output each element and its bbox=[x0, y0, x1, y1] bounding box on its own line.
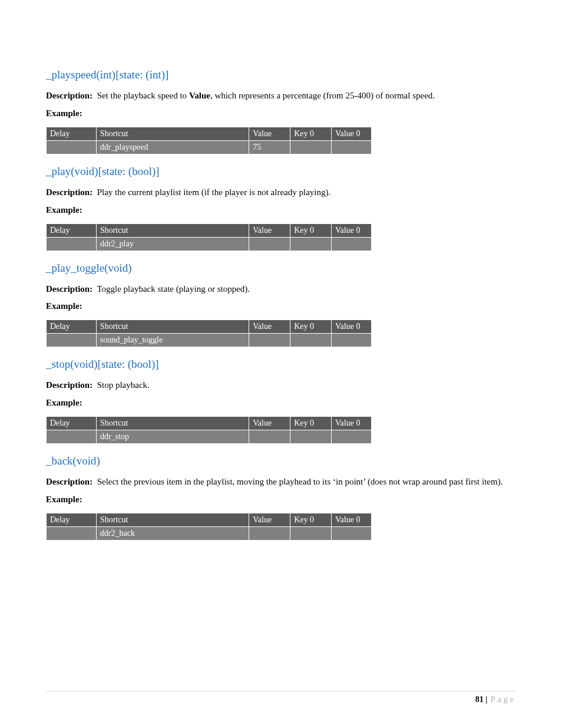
page-label: Page bbox=[491, 695, 516, 704]
table-header-row: Delay Shortcut Value Key 0 Value 0 bbox=[47, 320, 372, 334]
col-shortcut-header: Shortcut bbox=[96, 127, 249, 140]
cell-shortcut: ddr2_back bbox=[96, 526, 249, 540]
description-text: Description: Set the playback speed to V… bbox=[46, 90, 516, 103]
col-key0-header: Key 0 bbox=[290, 127, 332, 140]
cell-shortcut: ddr2_play bbox=[96, 237, 249, 251]
col-delay-header: Delay bbox=[47, 513, 97, 526]
table-header-row: Delay Shortcut Value Key 0 Value 0 bbox=[47, 127, 372, 140]
function-section: _play_toggle(void) Description: Toggle p… bbox=[46, 262, 516, 348]
cell-key0 bbox=[290, 430, 332, 444]
cell-value0 bbox=[332, 237, 372, 251]
cell-key0 bbox=[290, 237, 332, 251]
col-value-header: Value bbox=[249, 127, 290, 140]
cell-delay bbox=[47, 430, 97, 444]
function-heading: _play(void)[state: (bool)] bbox=[46, 165, 516, 178]
cell-shortcut: ddr_stop bbox=[96, 430, 249, 444]
cell-key0 bbox=[290, 140, 332, 154]
col-key0-header: Key 0 bbox=[290, 513, 332, 526]
description-pre: Stop playback. bbox=[97, 380, 150, 390]
cell-key0 bbox=[290, 526, 332, 540]
col-delay-header: Delay bbox=[47, 320, 97, 334]
col-delay-header: Delay bbox=[47, 127, 97, 140]
col-value-header: Value bbox=[249, 513, 290, 526]
shortcut-table: Delay Shortcut Value Key 0 Value 0 ddr2_… bbox=[46, 513, 372, 541]
cell-value bbox=[249, 237, 290, 251]
cell-value bbox=[249, 526, 290, 540]
example-label: Example: bbox=[46, 205, 516, 215]
description-pre: Play the current playlist item (if the p… bbox=[97, 187, 331, 197]
example-label: Example: bbox=[46, 108, 516, 118]
col-value0-header: Value 0 bbox=[332, 127, 372, 140]
shortcut-table: Delay Shortcut Value Key 0 Value 0 ddr2_… bbox=[46, 223, 372, 251]
table-row: sound_play_toggle bbox=[47, 334, 372, 347]
description-pre: Toggle playback state (playing or stoppe… bbox=[97, 284, 250, 294]
col-value0-header: Value 0 bbox=[332, 320, 372, 334]
col-value0-header: Value 0 bbox=[332, 417, 372, 430]
description-bold: Value bbox=[189, 91, 210, 100]
col-value-header: Value bbox=[249, 417, 290, 430]
table-header-row: Delay Shortcut Value Key 0 Value 0 bbox=[47, 513, 372, 526]
description-post: , which represents a percentage (from 25… bbox=[210, 91, 435, 100]
function-heading: _back(void) bbox=[46, 454, 516, 467]
page-footer: 81 | Page bbox=[46, 691, 516, 704]
cell-key0 bbox=[290, 334, 332, 347]
cell-value0 bbox=[332, 430, 372, 444]
col-shortcut-header: Shortcut bbox=[96, 320, 249, 334]
col-value-header: Value bbox=[249, 223, 290, 237]
example-label: Example: bbox=[46, 301, 516, 311]
function-section: _stop(void)[state: (bool)] Description: … bbox=[46, 358, 516, 444]
shortcut-table: Delay Shortcut Value Key 0 Value 0 ddr_p… bbox=[46, 127, 372, 154]
col-key0-header: Key 0 bbox=[290, 223, 332, 237]
example-label: Example: bbox=[46, 495, 516, 505]
function-section: _back(void) Description: Select the prev… bbox=[46, 454, 516, 541]
description-text: Description: Toggle playback state (play… bbox=[46, 283, 516, 296]
function-heading: _play_toggle(void) bbox=[46, 262, 516, 275]
col-shortcut-header: Shortcut bbox=[96, 223, 249, 237]
description-label: Description: bbox=[46, 477, 92, 486]
cell-shortcut: sound_play_toggle bbox=[96, 334, 249, 347]
description-label: Description: bbox=[46, 187, 92, 197]
cell-delay bbox=[47, 140, 97, 154]
cell-value: 75 bbox=[249, 140, 290, 154]
table-row: ddr2_play bbox=[47, 237, 372, 251]
table-header-row: Delay Shortcut Value Key 0 Value 0 bbox=[47, 223, 372, 237]
description-text: Description: Play the current playlist i… bbox=[46, 186, 516, 199]
example-label: Example: bbox=[46, 398, 516, 408]
cell-value0 bbox=[332, 334, 372, 347]
description-label: Description: bbox=[46, 284, 92, 294]
col-delay-header: Delay bbox=[47, 223, 97, 237]
col-shortcut-header: Shortcut bbox=[96, 513, 249, 526]
table-row: ddr_playspeed 75 bbox=[47, 140, 372, 154]
cell-value bbox=[249, 430, 290, 444]
page-number: 81 | bbox=[475, 695, 488, 704]
col-value0-header: Value 0 bbox=[332, 223, 372, 237]
col-value0-header: Value 0 bbox=[332, 513, 372, 526]
description-text: Description: Select the previous item in… bbox=[46, 476, 516, 489]
function-heading: _playspeed(int)[state: (int)] bbox=[46, 68, 516, 81]
cell-shortcut: ddr_playspeed bbox=[96, 140, 249, 154]
col-delay-header: Delay bbox=[47, 417, 97, 430]
cell-value bbox=[249, 334, 290, 347]
cell-delay bbox=[47, 237, 97, 251]
col-shortcut-header: Shortcut bbox=[96, 417, 249, 430]
table-row: ddr_stop bbox=[47, 430, 372, 444]
table-row: ddr2_back bbox=[47, 526, 372, 540]
table-header-row: Delay Shortcut Value Key 0 Value 0 bbox=[47, 417, 372, 430]
col-key0-header: Key 0 bbox=[290, 320, 332, 334]
description-text: Description: Stop playback. bbox=[46, 379, 516, 392]
col-value-header: Value bbox=[249, 320, 290, 334]
cell-value0 bbox=[332, 526, 372, 540]
description-label: Description: bbox=[46, 380, 92, 390]
col-key0-header: Key 0 bbox=[290, 417, 332, 430]
shortcut-table: Delay Shortcut Value Key 0 Value 0 ddr_s… bbox=[46, 416, 372, 444]
function-section: _play(void)[state: (bool)] Description: … bbox=[46, 165, 516, 251]
cell-delay bbox=[47, 334, 97, 347]
shortcut-table: Delay Shortcut Value Key 0 Value 0 sound… bbox=[46, 319, 372, 347]
description-pre: Set the playback speed to bbox=[97, 91, 189, 100]
description-pre: Select the previous item in the playlist… bbox=[97, 477, 503, 486]
description-label: Description: bbox=[46, 91, 92, 100]
cell-value0 bbox=[332, 140, 372, 154]
function-heading: _stop(void)[state: (bool)] bbox=[46, 358, 516, 371]
function-section: _playspeed(int)[state: (int)] Descriptio… bbox=[46, 68, 516, 154]
cell-delay bbox=[47, 526, 97, 540]
